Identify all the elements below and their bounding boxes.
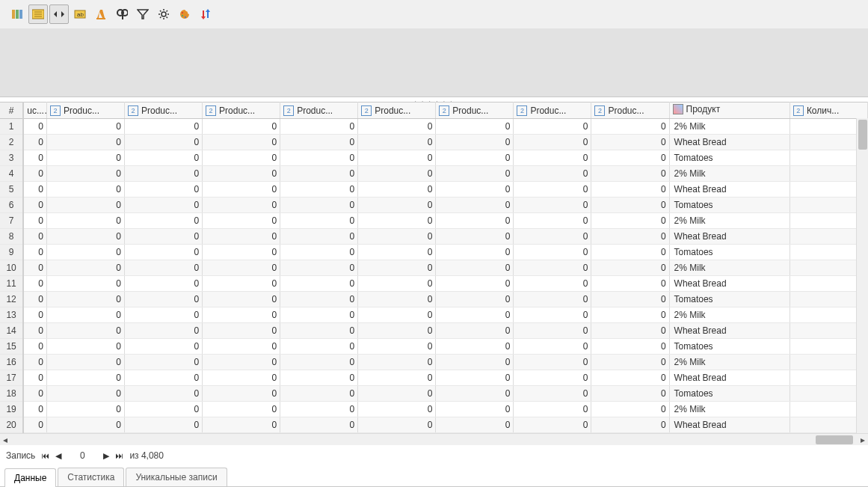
column-header-c2[interactable]: 2Produc... — [125, 102, 203, 119]
cell-rownum[interactable]: 12 — [0, 292, 23, 307]
cell-c6[interactable]: 0 — [436, 197, 514, 213]
cell-product[interactable]: Tomatoes — [669, 292, 789, 307]
palette-icon[interactable] — [175, 4, 194, 24]
cell-c7[interactable]: 0 — [514, 386, 591, 402]
nav-next-button[interactable]: ▶ — [103, 451, 109, 461]
cell-product[interactable]: 2% Milk — [669, 355, 789, 370]
cell-c0[interactable]: 0 — [23, 213, 46, 229]
column-header-c1[interactable]: 2Produc... — [46, 102, 124, 119]
table-row[interactable]: 100000000002% Milk0 — [0, 260, 868, 276]
cell-c7[interactable]: 0 — [514, 370, 591, 386]
table-row[interactable]: 160000000002% Milk0 — [0, 355, 868, 370]
cell-c6[interactable]: 0 — [436, 229, 514, 245]
cell-c3[interactable]: 0 — [203, 213, 280, 229]
cell-c3[interactable]: 0 — [203, 355, 280, 370]
cell-c7[interactable]: 0 — [514, 276, 591, 292]
cell-c6[interactable]: 0 — [436, 355, 514, 370]
cell-c5[interactable]: 0 — [358, 229, 436, 245]
cell-c1[interactable]: 0 — [46, 119, 124, 135]
cell-c5[interactable]: 0 — [358, 135, 436, 150]
cell-c5[interactable]: 0 — [358, 292, 436, 307]
cell-c2[interactable]: 0 — [125, 260, 203, 276]
cell-c5[interactable]: 0 — [358, 119, 436, 135]
table-row[interactable]: 14000000000Wheat Bread0 — [0, 323, 868, 339]
cell-c3[interactable]: 0 — [203, 260, 280, 276]
cell-c8[interactable]: 0 — [591, 355, 669, 370]
cell-c8[interactable]: 0 — [591, 166, 669, 182]
cell-c8[interactable]: 0 — [591, 323, 669, 339]
table-row[interactable]: 9000000000Tomatoes0 — [0, 245, 868, 260]
cell-c5[interactable]: 0 — [358, 182, 436, 197]
cell-product[interactable]: 2% Milk — [669, 402, 789, 417]
cell-c1[interactable]: 0 — [46, 292, 124, 307]
cell-c7[interactable]: 0 — [514, 417, 591, 433]
cell-c5[interactable]: 0 — [358, 386, 436, 402]
cell-c4[interactable]: 0 — [280, 323, 358, 339]
cell-c6[interactable]: 0 — [436, 276, 514, 292]
cell-c4[interactable]: 0 — [280, 182, 358, 197]
cell-c0[interactable]: 0 — [23, 370, 46, 386]
cell-c7[interactable]: 0 — [514, 213, 591, 229]
cell-c1[interactable]: 0 — [46, 276, 124, 292]
column-header-product[interactable]: Продукт — [669, 102, 789, 119]
cell-product[interactable]: 2% Milk — [669, 119, 789, 135]
cell-rownum[interactable]: 7 — [0, 213, 23, 229]
cell-c2[interactable]: 0 — [125, 355, 203, 370]
table-row[interactable]: 15000000000Tomatoes0 — [0, 339, 868, 355]
cell-c3[interactable]: 0 — [203, 197, 280, 213]
cell-c3[interactable]: 0 — [203, 402, 280, 417]
cell-c4[interactable]: 0 — [280, 386, 358, 402]
cell-c6[interactable]: 0 — [436, 260, 514, 276]
nav-prev-button[interactable]: ◀ — [55, 451, 61, 461]
cell-c7[interactable]: 0 — [514, 402, 591, 417]
table-row[interactable]: 17000000000Wheat Bread0 — [0, 370, 868, 386]
cell-c8[interactable]: 0 — [591, 370, 669, 386]
cell-c3[interactable]: 0 — [203, 307, 280, 323]
table-row[interactable]: 3000000000Tomatoes0 — [0, 150, 868, 166]
column-header-rownum[interactable]: # — [0, 102, 23, 119]
cell-c7[interactable]: 0 — [514, 339, 591, 355]
cell-c2[interactable]: 0 — [125, 150, 203, 166]
cell-product[interactable]: Wheat Bread — [669, 135, 789, 150]
filter-icon[interactable] — [133, 4, 153, 24]
cell-c3[interactable]: 0 — [203, 323, 280, 339]
data-grid[interactable]: #uc...2Produc...2Produc...2Produc...2Pro… — [0, 102, 868, 433]
table-row[interactable]: 2000000000Wheat Bread0 — [0, 135, 868, 150]
cell-c2[interactable]: 0 — [125, 213, 203, 229]
horizontal-scrollbar[interactable]: ◂ ▸ — [0, 433, 868, 445]
cell-c8[interactable]: 0 — [591, 260, 669, 276]
cell-c3[interactable]: 0 — [203, 276, 280, 292]
cell-c0[interactable]: 0 — [23, 323, 46, 339]
cell-rownum[interactable]: 1 — [0, 119, 23, 135]
cell-rownum[interactable]: 6 — [0, 197, 23, 213]
cell-rownum[interactable]: 18 — [0, 386, 23, 402]
cell-c3[interactable]: 0 — [203, 339, 280, 355]
cell-product[interactable]: 2% Milk — [669, 260, 789, 276]
cell-c8[interactable]: 0 — [591, 135, 669, 150]
cell-c2[interactable]: 0 — [125, 197, 203, 213]
nav-first-button[interactable]: ⏮ — [41, 451, 49, 460]
cell-product[interactable]: 2% Milk — [669, 166, 789, 182]
cell-c8[interactable]: 0 — [591, 276, 669, 292]
cell-c1[interactable]: 0 — [46, 182, 124, 197]
cell-c1[interactable]: 0 — [46, 417, 124, 433]
cell-c1[interactable]: 0 — [46, 245, 124, 260]
horizontal-scroll-thumb[interactable] — [816, 435, 853, 444]
cell-c0[interactable]: 0 — [23, 135, 46, 150]
cell-c7[interactable]: 0 — [514, 229, 591, 245]
cell-c1[interactable]: 0 — [46, 229, 124, 245]
cell-c6[interactable]: 0 — [436, 417, 514, 433]
cell-rownum[interactable]: 2 — [0, 135, 23, 150]
cell-c1[interactable]: 0 — [46, 386, 124, 402]
cell-c6[interactable]: 0 — [436, 370, 514, 386]
tab-2[interactable]: Уникальные записи — [126, 468, 227, 486]
cell-c0[interactable]: 0 — [23, 292, 46, 307]
cell-c4[interactable]: 0 — [280, 260, 358, 276]
cell-c6[interactable]: 0 — [436, 119, 514, 135]
cell-c3[interactable]: 0 — [203, 417, 280, 433]
fitwidth-icon[interactable] — [49, 4, 69, 24]
find-icon[interactable] — [112, 4, 132, 24]
cell-c2[interactable]: 0 — [125, 339, 203, 355]
tab-0[interactable]: Данные — [4, 468, 56, 487]
cell-c0[interactable]: 0 — [23, 402, 46, 417]
